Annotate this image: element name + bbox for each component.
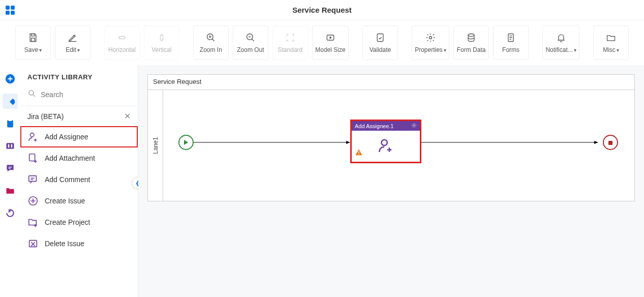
rail-clipboard-button[interactable] bbox=[3, 116, 18, 131]
chevron-down-icon: ▾ bbox=[444, 47, 446, 53]
svg-rect-4 bbox=[32, 34, 35, 36]
svg-rect-37 bbox=[358, 151, 359, 153]
start-node[interactable] bbox=[178, 135, 194, 150]
svg-rect-17 bbox=[10, 99, 15, 105]
zoom-in-label: Zoom In bbox=[200, 46, 222, 53]
rail-comment-button[interactable] bbox=[3, 161, 18, 176]
folder-icon bbox=[605, 32, 617, 43]
svg-rect-2 bbox=[6, 11, 10, 15]
chevron-down-icon: ▾ bbox=[574, 47, 576, 53]
standard-label: Standard bbox=[278, 46, 303, 53]
svg-rect-19 bbox=[9, 120, 12, 121]
folder-plus-icon bbox=[27, 217, 39, 228]
warning-icon bbox=[355, 148, 363, 158]
gear-icon[interactable] bbox=[411, 123, 417, 129]
sidebar-title: ACTIVITY LIBRARY bbox=[20, 65, 138, 86]
library-item-label: Add Assignee bbox=[45, 133, 88, 141]
align-vertical-icon bbox=[156, 32, 167, 43]
user-plus-icon bbox=[377, 137, 394, 156]
save-button[interactable]: Save▾ bbox=[15, 25, 51, 60]
svg-rect-12 bbox=[377, 34, 383, 42]
svg-point-24 bbox=[30, 133, 34, 137]
svg-rect-5 bbox=[32, 38, 35, 42]
close-icon[interactable]: ✕ bbox=[124, 111, 131, 121]
save-label: Save bbox=[24, 46, 38, 53]
svg-rect-0 bbox=[6, 6, 10, 10]
library-item-label: Create Project bbox=[45, 218, 90, 226]
library-item-label: Add Attachment bbox=[45, 154, 95, 162]
app-grid-icon[interactable] bbox=[0, 0, 20, 20]
model-size-button[interactable]: Model Size bbox=[312, 25, 349, 60]
library-item-add-comment[interactable]: Add Comment bbox=[20, 169, 138, 190]
bell-icon bbox=[556, 32, 567, 43]
end-node[interactable] bbox=[603, 135, 618, 150]
properties-button[interactable]: Properties▾ bbox=[412, 25, 449, 60]
svg-rect-1 bbox=[11, 6, 15, 10]
edit-button[interactable]: Edit▾ bbox=[55, 25, 90, 60]
svg-point-34 bbox=[413, 125, 415, 126]
connector-arrow bbox=[421, 141, 598, 145]
library-item-add-attachment[interactable]: Add Attachment bbox=[20, 147, 138, 169]
activity-node-add-assignee[interactable]: Add Assignee.1 bbox=[350, 120, 421, 163]
svg-rect-6 bbox=[119, 37, 125, 39]
model-size-icon bbox=[325, 32, 336, 43]
chevron-down-icon: ▾ bbox=[39, 47, 42, 53]
validate-button[interactable]: Validate bbox=[362, 25, 398, 60]
validate-label: Validate bbox=[370, 46, 391, 53]
zoom-out-label: Zoom Out bbox=[237, 46, 264, 53]
horizontal-button: Horizontal bbox=[104, 25, 140, 60]
zoom-out-button[interactable]: Zoom Out bbox=[233, 25, 268, 60]
svg-point-35 bbox=[382, 139, 387, 145]
process-title: Service Request bbox=[148, 75, 634, 90]
search-icon bbox=[27, 89, 37, 100]
zoom-in-button[interactable]: Zoom In bbox=[193, 25, 229, 60]
library-item-label: Delete Issue bbox=[45, 240, 84, 248]
form-data-button[interactable]: Form Data bbox=[453, 25, 489, 60]
library-item-delete-issue[interactable]: Delete Issue bbox=[20, 233, 138, 254]
library-item-add-assignee[interactable]: Add Assignee bbox=[20, 126, 138, 147]
svg-point-14 bbox=[468, 34, 474, 37]
rail-refresh-button[interactable] bbox=[3, 205, 18, 221]
group-label: Jira (BETA) bbox=[27, 112, 64, 121]
forms-label: Forms bbox=[502, 46, 519, 53]
svg-point-13 bbox=[429, 37, 432, 39]
library-item-label: Add Comment bbox=[45, 175, 90, 184]
library-group-header[interactable]: Jira (BETA) ✕ bbox=[20, 106, 138, 126]
library-item-create-project[interactable]: Create Project bbox=[20, 212, 138, 233]
canvas-area[interactable]: Service Request Lane1 Add Assignee.1 bbox=[138, 65, 644, 297]
delete-icon bbox=[27, 238, 39, 249]
plus-circle-icon bbox=[27, 195, 39, 206]
rail-lanes-button[interactable] bbox=[3, 138, 18, 154]
gear-icon bbox=[425, 32, 436, 43]
notifications-button[interactable]: Notificat...▾ bbox=[542, 25, 579, 60]
flow-body[interactable]: Add Assignee.1 bbox=[163, 90, 634, 201]
library-item-label: Create Issue bbox=[45, 197, 85, 205]
svg-rect-38 bbox=[358, 154, 359, 155]
process-frame: Service Request Lane1 Add Assignee.1 bbox=[147, 74, 635, 201]
save-icon bbox=[27, 32, 39, 43]
chevron-down-icon: ▾ bbox=[77, 47, 80, 53]
lane-label: Lane1 bbox=[152, 137, 159, 154]
left-rail bbox=[0, 65, 20, 297]
misc-button[interactable]: Misc▾ bbox=[593, 25, 629, 60]
rail-folder-button[interactable] bbox=[3, 183, 18, 198]
svg-marker-32 bbox=[594, 141, 598, 144]
lane-header: Lane1 bbox=[148, 90, 163, 201]
zoom-in-icon bbox=[205, 32, 217, 43]
svg-rect-18 bbox=[7, 120, 13, 127]
svg-rect-3 bbox=[11, 11, 15, 15]
svg-rect-25 bbox=[29, 154, 35, 161]
rail-library-button[interactable] bbox=[3, 94, 18, 109]
search-input[interactable] bbox=[41, 91, 131, 99]
svg-marker-30 bbox=[346, 141, 350, 144]
standard-button: Standard bbox=[272, 25, 308, 60]
svg-rect-22 bbox=[11, 144, 13, 148]
stop-icon bbox=[608, 139, 612, 146]
rail-add-button[interactable] bbox=[3, 71, 18, 86]
svg-rect-26 bbox=[29, 176, 37, 182]
misc-label: Misc bbox=[603, 46, 616, 53]
vertical-button: Vertical bbox=[144, 25, 179, 60]
svg-rect-7 bbox=[160, 35, 163, 40]
library-item-create-issue[interactable]: Create Issue bbox=[20, 190, 138, 212]
forms-button[interactable]: Forms bbox=[493, 25, 529, 60]
